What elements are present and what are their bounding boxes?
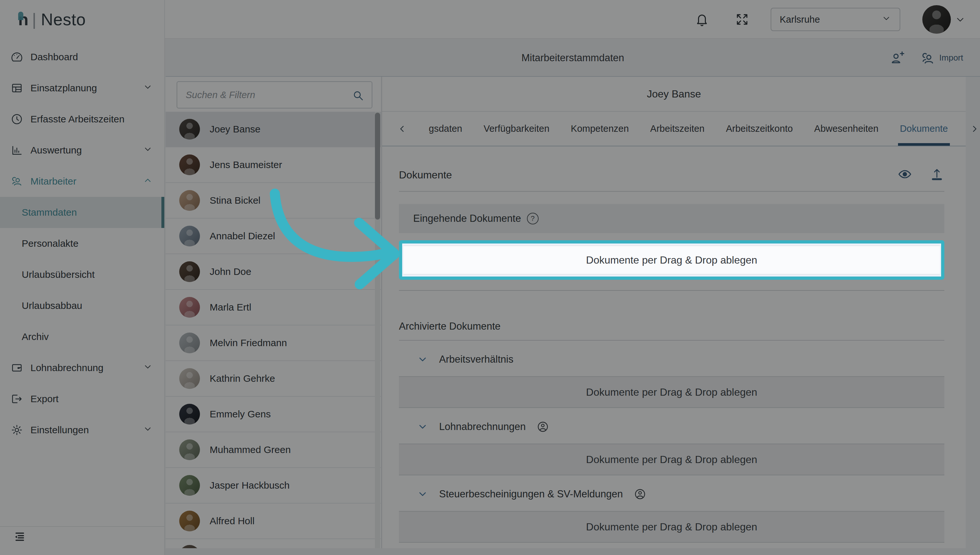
highlighted-dropzone[interactable]: Dokumente per Drag & Drop ablegen bbox=[399, 240, 945, 280]
dropzone-label: Dokumente per Drag & Drop ablegen bbox=[404, 245, 940, 274]
nesto-app: Karlsruhe n | Nesto Dashboard Einsatzpla… bbox=[0, 0, 980, 555]
